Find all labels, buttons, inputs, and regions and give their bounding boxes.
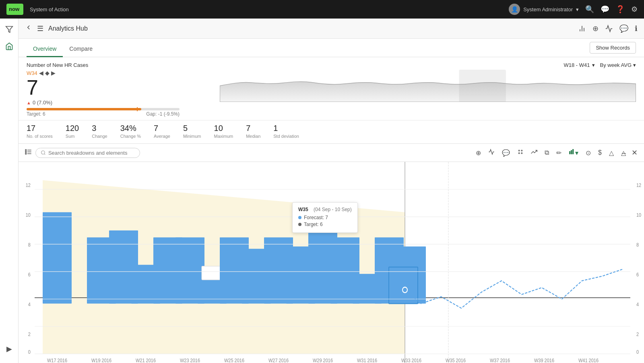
svg-rect-5 (459, 70, 506, 102)
svg-text:W25 2016: W25 2016 (224, 357, 245, 363)
svg-point-9 (25, 149, 27, 151)
svg-text:6: 6 (28, 272, 31, 277)
sidebar-item-play[interactable]: ▶ (2, 341, 17, 357)
stat-median: 7 Median (246, 124, 273, 139)
stat-label-1: Sum (66, 134, 79, 139)
svg-rect-24 (43, 212, 72, 304)
svg-text:W33 2016: W33 2016 (401, 357, 422, 363)
week-label: W34 (27, 70, 37, 76)
stat-no-of-scores: 17 No. of scores (27, 124, 66, 139)
svg-text:10: 10 (636, 212, 642, 218)
stat-label-8: Std deviation (273, 134, 299, 139)
svg-rect-31 (202, 266, 223, 280)
user-info[interactable]: 👤 System Administrator ▾ (509, 4, 579, 15)
metric-value: 7 (27, 77, 220, 98)
avatar: 👤 (509, 4, 520, 15)
back-button[interactable] (25, 24, 32, 33)
strikethrough-icon[interactable]: △̶ (619, 147, 627, 158)
stat-label-4: Average (154, 134, 170, 139)
tooltip-week: W35 (298, 207, 308, 212)
avg-type-dropdown-icon: ▾ (633, 62, 636, 68)
group-chart-icon[interactable]: ⧉ (543, 147, 551, 158)
settings-icon-btn[interactable]: ⚙ (631, 5, 638, 14)
avg-type-selector[interactable]: By week AVG ▾ (600, 62, 636, 68)
svg-point-15 (521, 150, 522, 151)
header-wave-icon[interactable] (605, 25, 613, 33)
nav-icons: 👤 System Administrator ▾ 🔍 💬 ❓ ⚙ (509, 4, 638, 15)
now-logo: now (6, 4, 23, 15)
globe-chart-icon[interactable]: ⊕ (474, 147, 483, 158)
chart-tooltip: W35 (04 Sep - 10 Sep) Forecast: 7 Target… (292, 202, 358, 233)
avg-type-label: By week AVG (600, 62, 632, 68)
week-range-label: W18 - W41 (564, 62, 590, 68)
tooltip-target-label: Target: 6 (304, 222, 323, 227)
svg-text:W35 2016: W35 2016 (446, 357, 466, 363)
svg-rect-18 (569, 151, 570, 154)
trend-chart-icon[interactable] (529, 147, 539, 158)
svg-point-17 (521, 153, 522, 154)
svg-point-56 (402, 287, 407, 293)
week-range-dropdown-icon: ▾ (592, 62, 595, 68)
svg-line-13 (44, 153, 45, 154)
hamburger-button[interactable]: ☰ (37, 24, 43, 33)
triangle-icon[interactable]: △ (607, 147, 615, 158)
stat-value-8: 1 (273, 124, 299, 133)
svg-text:W21 2016: W21 2016 (136, 357, 156, 363)
bar-chart-active-icon[interactable]: ▾ (567, 147, 580, 158)
show-records-button[interactable]: Show Records (590, 42, 636, 54)
stat-label-7: Median (246, 134, 260, 139)
next-week-btn[interactable]: ▶ (51, 70, 56, 76)
help-icon-btn[interactable]: ❓ (616, 5, 625, 14)
close-chart-btn[interactable]: ✕ (632, 148, 638, 157)
svg-text:now: now (9, 6, 20, 12)
prev-week-btn[interactable]: ◀ (39, 70, 43, 76)
stat-average: 7 Average (154, 124, 183, 139)
sidebar-item-filter[interactable] (2, 22, 17, 37)
nav-title: System of Action (30, 6, 69, 12)
breakdown-toggle-btn[interactable] (25, 148, 32, 158)
svg-text:4: 4 (636, 302, 639, 307)
stat-label-6: Maximum (214, 134, 233, 139)
progress-bar (27, 108, 180, 110)
tooltip-target-dot (298, 223, 301, 226)
change-arrow-icon: ▲ (27, 100, 31, 105)
svg-text:0: 0 (28, 349, 31, 355)
sidebar-item-home[interactable] (2, 39, 17, 54)
dollar-icon[interactable]: $ (597, 147, 603, 158)
chat-icon-btn[interactable]: 💬 (601, 5, 609, 14)
stat-change: 3 Change (92, 124, 120, 139)
search-input[interactable] (48, 150, 135, 156)
stat-label-0: No. of scores (27, 134, 53, 139)
bubble-chart-icon[interactable]: 💬 (500, 147, 512, 158)
user-name: System Administrator (523, 6, 573, 12)
tab-compare[interactable]: Compare (63, 41, 99, 57)
svg-text:12: 12 (26, 183, 31, 188)
svg-point-14 (518, 150, 520, 151)
header-comment-icon[interactable]: 💬 (619, 24, 628, 33)
chart-container: 12 10 8 6 4 2 0 W17 2016 W19 2016 W21 20 (19, 162, 644, 363)
week-range-selector[interactable]: W18 - W41 ▾ (564, 62, 595, 68)
stats-area: Number of New HR Cases W18 - W41 ▾ By we… (19, 57, 644, 120)
search-icon-btn[interactable]: 🔍 (585, 5, 594, 14)
gap-label: Gap: -1 (-9.5%) (146, 111, 180, 117)
header-globe-icon[interactable]: ⊕ (592, 24, 599, 33)
stat-label-2: Change (92, 134, 107, 139)
stat-maximum: 10 Maximum (214, 124, 246, 139)
wave-chart-icon[interactable] (487, 147, 496, 158)
stat-change-pct: 34% Change % (120, 124, 154, 139)
header-info-icon[interactable]: ℹ (635, 24, 638, 33)
svg-text:0: 0 (636, 349, 639, 355)
svg-point-12 (41, 151, 45, 154)
header-chart-icon[interactable] (578, 25, 586, 33)
circles-icon[interactable]: ⊙ (584, 147, 592, 158)
scatter-chart-icon[interactable] (516, 147, 525, 158)
svg-text:W19 2016: W19 2016 (91, 357, 112, 363)
search-box[interactable] (35, 148, 140, 158)
svg-point-16 (518, 153, 520, 154)
current-week-btn[interactable]: ◆ (45, 70, 50, 76)
user-dropdown-icon: ▾ (576, 6, 579, 12)
chart-toolbar: ⊕ 💬 ⧉ ✏ (19, 144, 644, 162)
pencil-icon[interactable]: ✏ (555, 147, 563, 158)
target-label: Target: 6 (27, 111, 45, 117)
tab-overview[interactable]: Overview (27, 41, 63, 57)
